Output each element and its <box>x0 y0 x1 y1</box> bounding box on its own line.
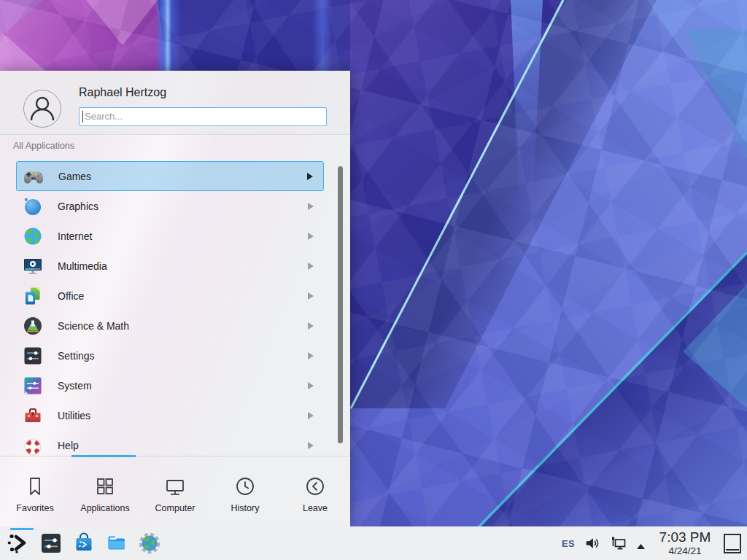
app-launcher-button[interactable] <box>7 532 30 555</box>
app-category-label: Help <box>58 440 308 451</box>
app-category-utilities[interactable]: Utilities <box>16 400 324 430</box>
app-category-science-math[interactable]: Science & Math <box>16 311 324 341</box>
show-desktop-button[interactable] <box>724 534 741 553</box>
kde-launcher-icon <box>7 532 30 555</box>
launcher-header: Raphael Hertzog Search... <box>0 71 350 135</box>
volume-tray-item[interactable] <box>584 535 600 551</box>
search-input[interactable]: Search... <box>79 107 327 126</box>
tab-label: Computer <box>155 503 196 513</box>
app-category-help[interactable]: Help <box>16 430 324 456</box>
section-label: All Applications <box>13 141 74 151</box>
tab-history[interactable]: History <box>210 456 280 526</box>
app-category-games[interactable]: Games <box>16 161 324 191</box>
app-category-label: Science & Math <box>58 320 308 332</box>
app-category-label: Graphics <box>58 201 308 212</box>
chevron-right-icon <box>308 412 314 419</box>
file-manager-launcher[interactable] <box>105 532 128 555</box>
app-category-label: Internet <box>58 230 308 242</box>
games-icon <box>23 166 44 187</box>
utilities-icon <box>23 405 43 426</box>
chevron-right-icon <box>308 352 314 359</box>
chevron-right-icon <box>308 233 314 240</box>
app-category-settings[interactable]: Settings <box>16 341 324 370</box>
computer-icon <box>163 475 187 498</box>
tab-label: History <box>231 503 260 513</box>
app-category-label: Utilities <box>58 410 308 421</box>
help-icon <box>23 435 43 456</box>
app-category-graphics[interactable]: Graphics <box>16 191 324 221</box>
chevron-right-icon <box>308 292 314 300</box>
chevron-right-icon <box>307 173 313 180</box>
active-tab-indicator <box>71 455 136 457</box>
app-category-label: Office <box>58 290 308 302</box>
tab-label: Leave <box>303 503 328 513</box>
app-category-multimedia[interactable]: Multimedia <box>16 251 324 281</box>
multimedia-icon <box>23 256 43 276</box>
text-cursor <box>82 111 83 122</box>
chevron-right-icon <box>308 262 314 270</box>
internet-icon <box>23 226 43 246</box>
application-launcher-popup: Raphael Hertzog Search... All Applicatio… <box>0 71 350 526</box>
digital-clock[interactable]: 7:03 PM 4/24/21 <box>656 530 714 556</box>
tab-computer[interactable]: Computer <box>140 456 210 526</box>
expand-tray-button[interactable] <box>635 540 646 547</box>
tab-applications[interactable]: Applications <box>70 456 140 526</box>
taskbar-panel: ES 7:03 <box>0 526 747 560</box>
app-category-label: Multimedia <box>58 260 308 272</box>
app-category-internet[interactable]: Internet <box>16 221 324 251</box>
app-category-list: Games Graphics <box>0 159 350 456</box>
clock-icon <box>233 475 257 498</box>
graphics-icon <box>23 196 43 217</box>
user-avatar[interactable] <box>23 90 61 128</box>
system-settings-launcher[interactable] <box>39 532 63 555</box>
settings-icon <box>23 346 43 366</box>
app-category-system[interactable]: System <box>16 370 324 400</box>
folder-icon <box>105 532 128 555</box>
app-category-label: System <box>58 380 308 392</box>
web-browser-launcher[interactable] <box>138 532 161 555</box>
network-icon <box>610 535 627 553</box>
user-name: Raphael Hertzog <box>79 86 166 99</box>
keyboard-layout-indicator[interactable]: ES <box>562 538 575 549</box>
discover-launcher[interactable] <box>72 532 96 555</box>
person-icon <box>24 90 61 127</box>
app-category-label: Games <box>58 171 307 182</box>
chevron-right-icon <box>308 322 314 330</box>
grid-icon <box>93 475 117 498</box>
clock-date: 4/24/21 <box>656 546 714 556</box>
tab-favorites[interactable]: Favorites <box>0 456 70 526</box>
office-icon <box>23 286 43 306</box>
app-category-office[interactable]: Office <box>16 281 324 311</box>
bookmark-icon <box>23 475 47 498</box>
caret-up-icon <box>635 542 646 550</box>
launcher-tabbar: Favorites Applications <box>0 456 350 526</box>
leave-icon <box>303 475 327 498</box>
system-icon <box>23 376 43 396</box>
app-category-label: Settings <box>58 350 308 362</box>
system-settings-icon <box>39 532 63 555</box>
discover-icon <box>72 532 96 555</box>
globe-gear-icon <box>138 532 161 555</box>
tab-leave[interactable]: Leave <box>280 456 350 526</box>
tab-label: Favorites <box>16 503 53 513</box>
list-scrollbar[interactable] <box>338 166 343 443</box>
desktop: Raphael Hertzog Search... All Applicatio… <box>0 0 747 560</box>
science-icon <box>23 316 43 336</box>
tab-label: Applications <box>80 503 129 513</box>
speaker-icon <box>584 535 600 551</box>
network-tray-item[interactable] <box>610 535 626 551</box>
chevron-right-icon <box>308 442 314 449</box>
clock-time: 7:03 PM <box>656 530 714 544</box>
chevron-right-icon <box>308 382 314 389</box>
chevron-right-icon <box>308 203 314 210</box>
